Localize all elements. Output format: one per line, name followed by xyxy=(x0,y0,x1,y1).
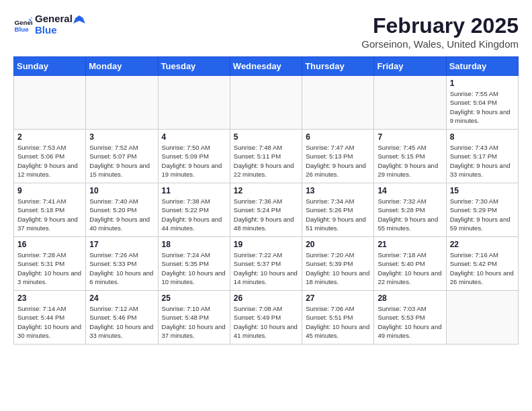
day-number: 20 xyxy=(306,240,370,249)
page-header: General Blue General Blue February 2025 … xyxy=(13,13,519,50)
day-info: Sunrise: 7:55 AM Sunset: 5:04 PM Dayligh… xyxy=(450,89,515,125)
day-number: 23 xyxy=(17,293,82,303)
day-number: 5 xyxy=(234,132,298,142)
day-info: Sunrise: 7:20 AM Sunset: 5:39 PM Dayligh… xyxy=(306,250,370,286)
table-row: 1Sunrise: 7:55 AM Sunset: 5:04 PM Daylig… xyxy=(446,76,518,130)
day-info: Sunrise: 7:28 AM Sunset: 5:31 PM Dayligh… xyxy=(17,250,82,286)
day-number: 16 xyxy=(17,240,82,249)
header-wednesday: Wednesday xyxy=(230,57,302,76)
day-info: Sunrise: 7:43 AM Sunset: 5:17 PM Dayligh… xyxy=(450,143,515,179)
day-info: Sunrise: 7:40 AM Sunset: 5:20 PM Dayligh… xyxy=(89,197,154,232)
table-row: 12Sunrise: 7:36 AM Sunset: 5:24 PM Dayli… xyxy=(230,183,302,237)
day-info: Sunrise: 7:41 AM Sunset: 5:18 PM Dayligh… xyxy=(17,197,82,232)
calendar-body: 1Sunrise: 7:55 AM Sunset: 5:04 PM Daylig… xyxy=(14,76,519,345)
header-saturday: Saturday xyxy=(446,57,518,76)
table-row xyxy=(158,76,230,130)
table-row: 18Sunrise: 7:24 AM Sunset: 5:35 PM Dayli… xyxy=(158,237,230,291)
table-row: 25Sunrise: 7:10 AM Sunset: 5:48 PM Dayli… xyxy=(158,291,230,345)
day-number: 19 xyxy=(234,240,298,249)
day-number: 21 xyxy=(378,240,442,249)
table-row: 5Sunrise: 7:48 AM Sunset: 5:11 PM Daylig… xyxy=(230,130,302,183)
calendar-week-row: 9Sunrise: 7:41 AM Sunset: 5:18 PM Daylig… xyxy=(14,183,519,237)
day-number: 26 xyxy=(234,293,298,303)
logo-icon: General Blue xyxy=(13,15,32,34)
table-row: 6Sunrise: 7:47 AM Sunset: 5:13 PM Daylig… xyxy=(302,130,374,183)
day-info: Sunrise: 7:36 AM Sunset: 5:24 PM Dayligh… xyxy=(234,197,298,232)
table-row: 7Sunrise: 7:45 AM Sunset: 5:15 PM Daylig… xyxy=(374,130,446,183)
header-friday: Friday xyxy=(374,57,446,76)
header-thursday: Thursday xyxy=(302,57,374,76)
calendar-table: Sunday Monday Tuesday Wednesday Thursday… xyxy=(13,56,519,345)
day-info: Sunrise: 7:14 AM Sunset: 5:44 PM Dayligh… xyxy=(17,304,82,340)
table-row: 14Sunrise: 7:32 AM Sunset: 5:28 PM Dayli… xyxy=(374,183,446,237)
day-info: Sunrise: 7:03 AM Sunset: 5:53 PM Dayligh… xyxy=(378,304,442,340)
day-info: Sunrise: 7:10 AM Sunset: 5:48 PM Dayligh… xyxy=(162,304,226,340)
table-row: 23Sunrise: 7:14 AM Sunset: 5:44 PM Dayli… xyxy=(14,291,86,345)
day-number: 17 xyxy=(89,240,154,249)
day-number: 25 xyxy=(162,293,226,303)
table-row: 17Sunrise: 7:26 AM Sunset: 5:33 PM Dayli… xyxy=(86,237,158,291)
header-tuesday: Tuesday xyxy=(158,57,230,76)
svg-marker-4 xyxy=(73,15,85,24)
day-info: Sunrise: 7:12 AM Sunset: 5:46 PM Dayligh… xyxy=(89,304,154,340)
table-row: 24Sunrise: 7:12 AM Sunset: 5:46 PM Dayli… xyxy=(86,291,158,345)
location-subtitle: Gorseinon, Wales, United Kingdom xyxy=(361,38,519,50)
day-number: 24 xyxy=(89,293,154,303)
day-number: 15 xyxy=(450,186,515,195)
table-row xyxy=(86,76,158,130)
table-row: 28Sunrise: 7:03 AM Sunset: 5:53 PM Dayli… xyxy=(374,291,446,345)
table-row: 8Sunrise: 7:43 AM Sunset: 5:17 PM Daylig… xyxy=(446,130,518,183)
day-info: Sunrise: 7:30 AM Sunset: 5:29 PM Dayligh… xyxy=(450,197,515,232)
day-number: 14 xyxy=(378,186,442,195)
day-info: Sunrise: 7:18 AM Sunset: 5:40 PM Dayligh… xyxy=(378,250,442,286)
day-number: 4 xyxy=(162,132,226,142)
calendar-week-row: 16Sunrise: 7:28 AM Sunset: 5:31 PM Dayli… xyxy=(14,237,519,291)
day-info: Sunrise: 7:08 AM Sunset: 5:49 PM Dayligh… xyxy=(234,304,298,340)
weekday-header-row: Sunday Monday Tuesday Wednesday Thursday… xyxy=(14,57,519,76)
logo-bird-icon xyxy=(73,14,85,25)
table-row xyxy=(230,76,302,130)
title-block: February 2025 Gorseinon, Wales, United K… xyxy=(361,13,519,50)
day-number: 12 xyxy=(234,186,298,195)
logo: General Blue General Blue xyxy=(13,13,85,36)
day-number: 13 xyxy=(306,186,370,195)
calendar-week-row: 23Sunrise: 7:14 AM Sunset: 5:44 PM Dayli… xyxy=(14,291,519,345)
table-row xyxy=(374,76,446,130)
day-info: Sunrise: 7:32 AM Sunset: 5:28 PM Dayligh… xyxy=(378,197,442,232)
day-info: Sunrise: 7:06 AM Sunset: 5:51 PM Dayligh… xyxy=(306,304,370,340)
svg-text:Blue: Blue xyxy=(14,26,29,33)
table-row: 10Sunrise: 7:40 AM Sunset: 5:20 PM Dayli… xyxy=(86,183,158,237)
day-number: 11 xyxy=(162,186,226,195)
day-number: 9 xyxy=(17,186,82,195)
day-info: Sunrise: 7:47 AM Sunset: 5:13 PM Dayligh… xyxy=(306,143,370,179)
table-row: 19Sunrise: 7:22 AM Sunset: 5:37 PM Dayli… xyxy=(230,237,302,291)
day-number: 28 xyxy=(378,293,442,303)
day-info: Sunrise: 7:22 AM Sunset: 5:37 PM Dayligh… xyxy=(234,250,298,286)
month-year-title: February 2025 xyxy=(361,13,519,38)
day-info: Sunrise: 7:34 AM Sunset: 5:26 PM Dayligh… xyxy=(306,197,370,232)
day-info: Sunrise: 7:26 AM Sunset: 5:33 PM Dayligh… xyxy=(89,250,154,286)
table-row: 3Sunrise: 7:52 AM Sunset: 5:07 PM Daylig… xyxy=(86,130,158,183)
day-number: 10 xyxy=(89,186,154,195)
table-row xyxy=(14,76,86,130)
table-row xyxy=(302,76,374,130)
day-number: 27 xyxy=(306,293,370,303)
day-number: 6 xyxy=(306,132,370,142)
day-number: 1 xyxy=(450,79,515,88)
calendar-week-row: 1Sunrise: 7:55 AM Sunset: 5:04 PM Daylig… xyxy=(14,76,519,130)
logo-general-text: General xyxy=(35,13,85,25)
day-info: Sunrise: 7:48 AM Sunset: 5:11 PM Dayligh… xyxy=(234,143,298,179)
table-row: 20Sunrise: 7:20 AM Sunset: 5:39 PM Dayli… xyxy=(302,237,374,291)
day-number: 8 xyxy=(450,132,515,142)
day-number: 3 xyxy=(89,132,154,142)
day-number: 2 xyxy=(17,132,82,142)
day-number: 18 xyxy=(162,240,226,249)
day-info: Sunrise: 7:45 AM Sunset: 5:15 PM Dayligh… xyxy=(378,143,442,179)
table-row xyxy=(446,291,518,345)
day-info: Sunrise: 7:16 AM Sunset: 5:42 PM Dayligh… xyxy=(450,250,515,286)
header-monday: Monday xyxy=(86,57,158,76)
table-row: 26Sunrise: 7:08 AM Sunset: 5:49 PM Dayli… xyxy=(230,291,302,345)
day-info: Sunrise: 7:52 AM Sunset: 5:07 PM Dayligh… xyxy=(89,143,154,179)
day-info: Sunrise: 7:50 AM Sunset: 5:09 PM Dayligh… xyxy=(162,143,226,179)
table-row: 4Sunrise: 7:50 AM Sunset: 5:09 PM Daylig… xyxy=(158,130,230,183)
